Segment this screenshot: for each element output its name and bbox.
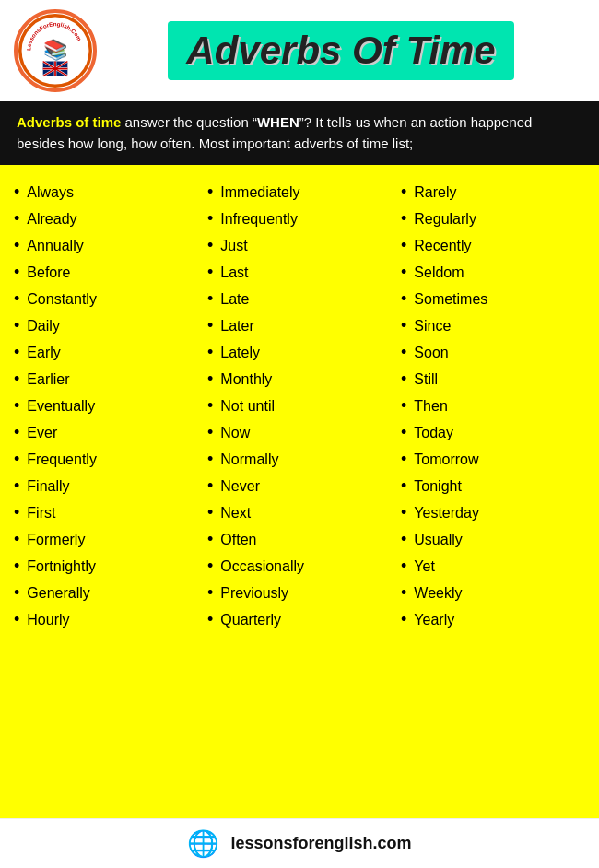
list-item: Tomorrow: [401, 446, 585, 473]
list-item: Lately: [207, 339, 392, 366]
list-item: Rarely: [401, 179, 585, 205]
word-column-1: AlwaysAlreadyAnnuallyBeforeConstantlyDai…: [9, 179, 203, 633]
word-list-grid: AlwaysAlreadyAnnuallyBeforeConstantlyDai…: [9, 179, 590, 633]
list-item: Not until: [207, 393, 392, 419]
list-item: Regularly: [401, 205, 585, 232]
list-item: First: [14, 499, 198, 526]
list-item: Frequently: [14, 446, 198, 473]
list-item: Generally: [14, 580, 198, 606]
list-item: Today: [401, 419, 585, 446]
title-area: Adverbs Of Time: [97, 21, 585, 80]
list-item: Quarterly: [207, 606, 392, 633]
desc-highlight: Adverbs of time: [17, 114, 121, 130]
list-item: Constantly: [14, 286, 198, 312]
list-item: Recently: [401, 232, 585, 259]
svg-text:📚: 📚: [43, 38, 68, 62]
list-item: Infrequently: [207, 205, 392, 232]
list-item: Early: [14, 339, 198, 366]
list-item: Occasionally: [207, 553, 392, 580]
list-item: Earlier: [14, 366, 198, 393]
word-column-2: ImmediatelyInfrequentlyJustLastLateLater…: [203, 179, 396, 633]
page-title: Adverbs Of Time: [186, 29, 495, 72]
logo: LessonsForEnglish.Com 📚: [14, 9, 97, 92]
list-item: Yet: [401, 553, 585, 580]
desc-text1: answer the question “: [121, 114, 257, 130]
list-item: Often: [207, 526, 392, 553]
list-item: Monthly: [207, 366, 392, 393]
list-item: Next: [207, 499, 392, 526]
list-item: Immediately: [207, 179, 392, 205]
logo-svg: LessonsForEnglish.Com 📚: [18, 14, 92, 88]
list-item: Finally: [14, 473, 198, 499]
globe-icon: 🌐: [187, 828, 219, 859]
list-item: Late: [207, 286, 392, 312]
list-item: Never: [207, 473, 392, 499]
desc-bold: WHEN: [257, 114, 300, 130]
list-item: Eventually: [14, 393, 198, 419]
list-item: Yesterday: [401, 499, 585, 526]
list-item: Just: [207, 232, 392, 259]
list-item: Always: [14, 179, 198, 205]
list-item: Ever: [14, 419, 198, 446]
list-item: Weekly: [401, 580, 585, 606]
list-item: Already: [14, 205, 198, 232]
list-item: Formerly: [14, 526, 198, 553]
list-item: Seldom: [401, 259, 585, 286]
header: LessonsForEnglish.Com 📚 Adverbs Of Time: [0, 0, 599, 101]
list-item: Previously: [207, 580, 392, 606]
footer: 🌐 lessonsforenglish.com: [0, 818, 599, 868]
list-item: Now: [207, 419, 392, 446]
list-item: Hourly: [14, 606, 198, 633]
list-item: Normally: [207, 446, 392, 473]
list-item: Usually: [401, 526, 585, 553]
list-item: Then: [401, 393, 585, 419]
description-box: Adverbs of time answer the question “WHE…: [0, 101, 599, 165]
list-item: Fortnightly: [14, 553, 198, 580]
word-column-3: RarelyRegularlyRecentlySeldomSometimesSi…: [396, 179, 590, 633]
list-item: Yearly: [401, 606, 585, 633]
list-item: Annually: [14, 232, 198, 259]
list-item: Still: [401, 366, 585, 393]
list-item: Daily: [14, 312, 198, 339]
list-item: Last: [207, 259, 392, 286]
list-item: Later: [207, 312, 392, 339]
title-background: Adverbs Of Time: [168, 21, 513, 80]
footer-url: lessonsforenglish.com: [230, 834, 411, 853]
list-item: Soon: [401, 339, 585, 366]
list-item: Before: [14, 259, 198, 286]
list-item: Tonight: [401, 473, 585, 499]
list-item: Since: [401, 312, 585, 339]
list-item: Sometimes: [401, 286, 585, 312]
word-list-container: AlwaysAlreadyAnnuallyBeforeConstantlyDai…: [0, 165, 599, 818]
